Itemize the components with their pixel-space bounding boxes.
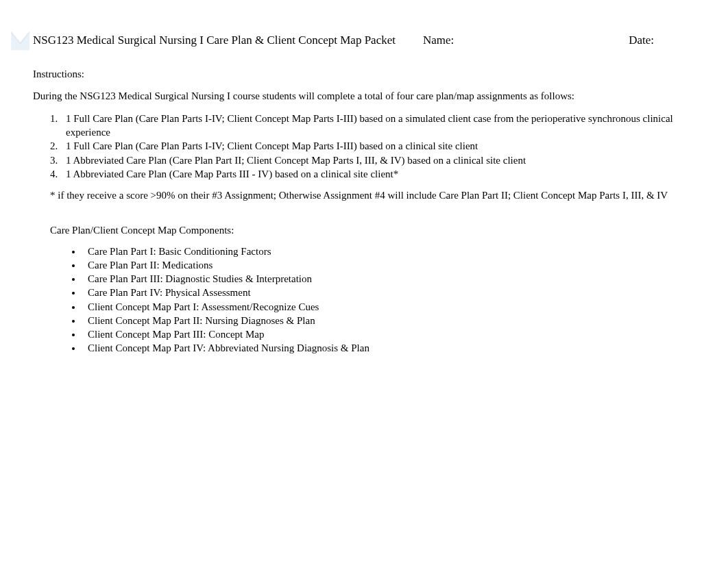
- instructions-heading: Instructions:: [33, 68, 695, 80]
- list-item: Client Concept Map Part IV: Abbreviated …: [82, 341, 695, 355]
- watermark-icon: [8, 27, 32, 55]
- document-header: NSG123 Medical Surgical Nursing I Care P…: [33, 34, 695, 47]
- name-label: Name:: [423, 34, 454, 47]
- list-item: Client Concept Map Part II: Nursing Diag…: [82, 314, 695, 327]
- list-item: 1 Full Care Plan (Care Plan Parts I-IV; …: [60, 112, 695, 139]
- list-item: 1 Full Care Plan (Care Plan Parts I-IV; …: [60, 140, 695, 153]
- list-item: Client Concept Map Part I: Assessment/Re…: [82, 300, 695, 314]
- footnote-text: * if they receive a score >90% on their …: [33, 190, 695, 201]
- intro-text: During the NSG123 Medical Surgical Nursi…: [33, 90, 695, 102]
- list-item: 1 Abbreviated Care Plan (Care Plan Part …: [60, 154, 695, 168]
- list-item: 1 Abbreviated Care Plan (Care Map Parts …: [60, 168, 695, 182]
- date-label: Date:: [629, 34, 654, 47]
- assignments-list: 1 Full Care Plan (Care Plan Parts I-IV; …: [33, 112, 695, 182]
- list-item: Care Plan Part III: Diagnostic Studies &…: [82, 272, 695, 286]
- components-heading: Care Plan/Client Concept Map Components:: [33, 225, 695, 236]
- list-item: Care Plan Part IV: Physical Assessment: [82, 286, 695, 299]
- list-item: Care Plan Part I: Basic Conditioning Fac…: [82, 245, 695, 258]
- list-item: Client Concept Map Part III: Concept Map: [82, 327, 695, 341]
- components-list: Care Plan Part I: Basic Conditioning Fac…: [33, 245, 695, 355]
- document-body: Instructions: During the NSG123 Medical …: [33, 68, 695, 355]
- document-title: NSG123 Medical Surgical Nursing I Care P…: [33, 34, 396, 47]
- list-item: Care Plan Part II: Medications: [82, 258, 695, 272]
